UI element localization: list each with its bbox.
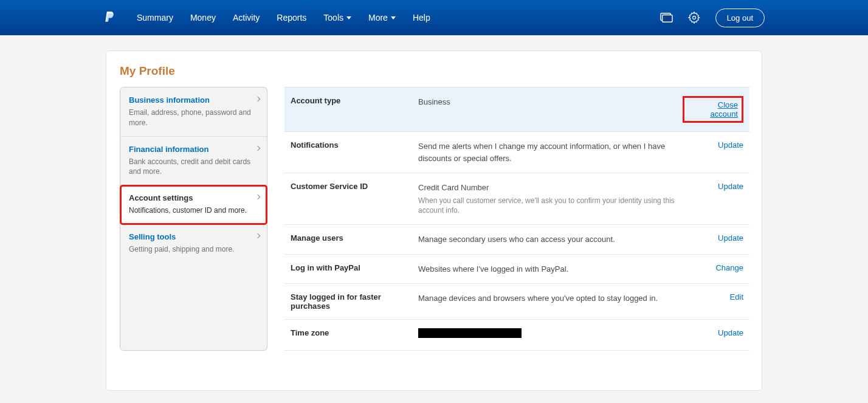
settings-row: Customer Service IDCredit Card NumberWhe… xyxy=(284,173,749,225)
close-account-link[interactable]: Close account xyxy=(710,100,738,119)
row-label: Log in with PayPal xyxy=(291,263,418,272)
update-link[interactable]: Update xyxy=(718,182,743,191)
sidebar-item-desc: Getting paid, shipping and more. xyxy=(129,244,258,255)
update-link[interactable]: Update xyxy=(718,233,743,243)
settings-row: NotificationsSend me alerts when I chang… xyxy=(284,132,749,173)
row-value xyxy=(418,328,683,342)
sidebar-item-title: Selling tools xyxy=(129,232,258,241)
settings-row: Stay logged in for faster purchasesManag… xyxy=(284,284,749,320)
profile-sidebar: Business informationEmail, address, phon… xyxy=(120,87,267,351)
sidebar-item-desc: Bank accounts, credit and debit cards an… xyxy=(129,157,258,177)
chevron-down-icon xyxy=(346,16,351,19)
row-value: Manage devices and browsers where you've… xyxy=(418,292,683,305)
main-nav: Summary Money Activity Reports Tools Mor… xyxy=(137,13,660,22)
paypal-logo[interactable] xyxy=(103,10,115,25)
gear-icon[interactable] xyxy=(688,12,700,24)
row-label: Time zone xyxy=(291,328,418,337)
chevron-down-icon xyxy=(391,16,396,19)
nav-more-label: More xyxy=(368,13,388,22)
close-account-highlight: Close account xyxy=(683,96,743,123)
profile-container: My Profile Business informationEmail, ad… xyxy=(106,50,762,391)
row-value: Websites where I've logged in with PayPa… xyxy=(418,263,683,275)
row-action: Update xyxy=(683,140,743,150)
svg-rect-1 xyxy=(662,15,672,22)
row-label: Notifications xyxy=(291,140,418,150)
settings-main: Account typeBusinessClose accountNotific… xyxy=(284,87,756,351)
header-right: Log out xyxy=(660,9,765,27)
row-action: Close account xyxy=(683,96,743,123)
row-label: Account type xyxy=(291,96,418,105)
row-action: Update xyxy=(683,182,743,191)
row-subtext: When you call customer service, we'll as… xyxy=(418,196,683,216)
nav-summary[interactable]: Summary xyxy=(137,13,173,22)
row-label: Stay logged in for faster purchases xyxy=(291,292,418,311)
sidebar-item-title: Account settings xyxy=(129,193,258,202)
nav-reports[interactable]: Reports xyxy=(277,13,306,22)
row-label: Manage users xyxy=(291,233,418,243)
page-title: My Profile xyxy=(120,64,756,78)
nav-tools-label: Tools xyxy=(323,13,343,22)
row-action: Update xyxy=(683,233,743,243)
settings-row: Account typeBusinessClose account xyxy=(284,87,749,132)
sidebar-item-title: Financial information xyxy=(129,145,258,154)
nav-activity[interactable]: Activity xyxy=(233,13,260,22)
sidebar-item-selling-tools[interactable]: Selling toolsGetting paid, shipping and … xyxy=(120,224,267,263)
app-header: Summary Money Activity Reports Tools Mor… xyxy=(0,0,868,35)
sidebar-item-desc: Email, address, phone, password and more… xyxy=(129,108,258,128)
messages-icon[interactable] xyxy=(660,12,673,24)
nav-tools[interactable]: Tools xyxy=(323,13,351,22)
redacted-block xyxy=(418,328,522,338)
sidebar-item-account-settings[interactable]: Account settingsNotifications, customer … xyxy=(120,185,267,224)
sidebar-item-financial-information[interactable]: Financial informationBank accounts, cred… xyxy=(120,137,267,186)
sidebar-item-desc: Notifications, customer ID and more. xyxy=(129,205,258,216)
update-link[interactable]: Update xyxy=(718,328,743,337)
svg-point-2 xyxy=(692,16,695,19)
row-value: Manage secondary users who can access yo… xyxy=(418,233,683,246)
settings-row: Manage usersManage secondary users who c… xyxy=(284,225,749,255)
row-value: Business xyxy=(418,96,683,108)
sidebar-item-business-information[interactable]: Business informationEmail, address, phon… xyxy=(120,88,267,137)
settings-row: Log in with PayPalWebsites where I've lo… xyxy=(284,255,749,284)
update-link[interactable]: Update xyxy=(718,140,743,150)
change-link[interactable]: Change xyxy=(715,263,743,272)
edit-link[interactable]: Edit xyxy=(730,292,743,301)
row-value: Credit Card NumberWhen you call customer… xyxy=(418,182,683,216)
nav-help[interactable]: Help xyxy=(413,13,430,22)
row-action: Update xyxy=(683,328,743,337)
nav-money[interactable]: Money xyxy=(190,13,216,22)
sidebar-item-title: Business information xyxy=(129,95,258,105)
row-label: Customer Service ID xyxy=(291,182,418,191)
row-value: Send me alerts when I change my account … xyxy=(418,140,683,164)
logout-button[interactable]: Log out xyxy=(715,9,765,27)
settings-row: Time zoneUpdate xyxy=(284,320,749,351)
row-action: Edit xyxy=(683,292,743,301)
row-action: Change xyxy=(683,263,743,272)
nav-more[interactable]: More xyxy=(368,13,396,22)
